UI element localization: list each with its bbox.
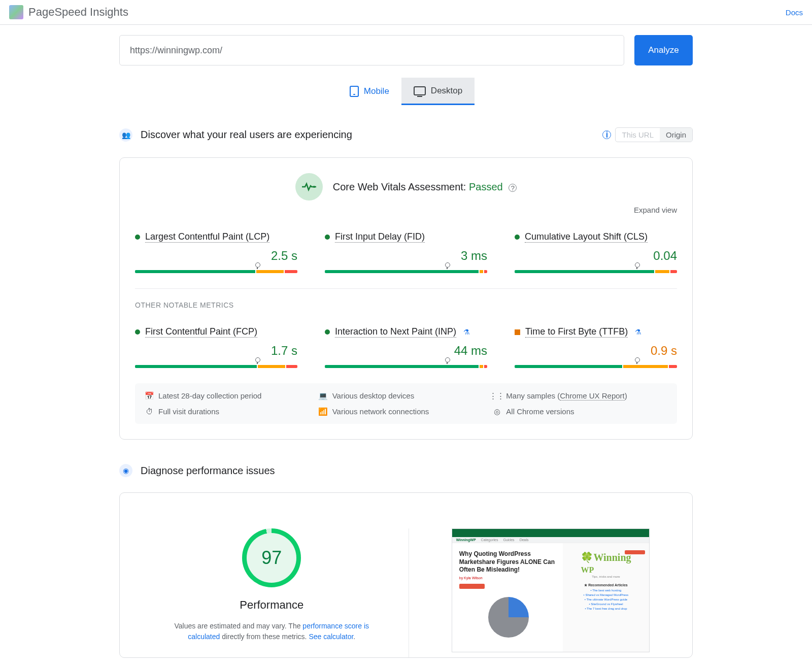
bullet-icon [325, 235, 330, 240]
section-diagnose-head: ◉ Diagnose performance issues [119, 464, 693, 477]
devices-icon: 💻 [319, 392, 327, 400]
cwv-card: Core Web Vitals Assessment: Passed ? Exp… [119, 157, 693, 440]
metric-inp: Interaction to Next Paint (INP) ⚗ 44 ms [325, 326, 487, 368]
metric-fcp-value: 1.7 s [135, 344, 297, 358]
mobile-icon [350, 86, 359, 97]
info-icon[interactable]: i [602, 130, 611, 139]
chrome-icon: ◎ [493, 408, 501, 416]
discover-icon: 👥 [119, 128, 132, 142]
data-source-info: 📅Latest 28-day collection period 💻Variou… [135, 383, 677, 424]
discover-title: Discover what your real users are experi… [141, 129, 352, 141]
metric-ttfb: Time to First Byte (TTFB) ⚗ 0.9 s [515, 326, 677, 368]
flask-icon: ⚗ [463, 328, 470, 336]
metric-cls: Cumulative Layout Shift (CLS) 0.04 [515, 231, 677, 273]
see-calculator-link[interactable]: See calculator [309, 632, 353, 641]
header-left: PageSpeed Insights [9, 5, 128, 19]
section-discover-head: 👥 Discover what your real users are expe… [119, 127, 693, 142]
performance-label: Performance [240, 598, 303, 612]
metric-inp-value: 44 ms [325, 344, 487, 358]
bullet-icon [515, 329, 520, 335]
info-visits: ⏱Full visit durations [145, 407, 319, 416]
performance-score: 97 [247, 533, 296, 583]
cwv-label: Core Web Vitals Assessment: [333, 181, 469, 192]
flask-icon: ⚗ [635, 328, 641, 336]
bullet-icon [325, 329, 330, 335]
metric-fcp-bar [135, 365, 297, 368]
crux-link[interactable]: Chrome UX Report [560, 391, 625, 401]
cwv-status: Passed [469, 181, 503, 192]
bullet-icon [135, 235, 140, 240]
psi-logo-icon [9, 5, 23, 19]
metric-inp-name[interactable]: Interaction to Next Paint (INP) [335, 326, 456, 338]
performance-gauge: 97 [242, 528, 301, 587]
samples-icon: ⋮⋮ [493, 392, 501, 400]
other-metrics: First Contentful Paint (FCP) 1.7 s Inter… [135, 326, 677, 368]
info-samples: ⋮⋮Many samples (Chrome UX Report) [493, 391, 667, 400]
performance-note: Values are estimated and may vary. The p… [160, 621, 383, 642]
wifi-icon: 📶 [319, 408, 327, 416]
analyze-button[interactable]: Analyze [634, 35, 693, 65]
diagnose-title: Diagnose performance issues [141, 465, 275, 477]
seg-origin[interactable]: Origin [660, 128, 692, 142]
info-devices: 💻Various desktop devices [319, 391, 493, 400]
screenshot-preview-col: WinningWPCategoriesGuidesDeals Why Quoti… [424, 528, 678, 657]
cwv-banner: Core Web Vitals Assessment: Passed ? [135, 173, 677, 201]
url-origin-toggle: This URL Origin [615, 127, 693, 142]
metric-lcp-name[interactable]: Largest Contentful Paint (LCP) [145, 231, 269, 243]
metric-fid-name[interactable]: First Input Delay (FID) [335, 231, 425, 243]
metric-fcp-name[interactable]: First Contentful Paint (FCP) [145, 326, 257, 338]
svg-point-0 [313, 186, 315, 188]
info-period: 📅Latest 28-day collection period [145, 391, 319, 400]
diagnose-icon: ◉ [119, 464, 132, 477]
metric-cls-value: 0.04 [515, 249, 677, 263]
preview-headline: Why Quoting WordPress Marketshare Figure… [459, 550, 558, 574]
expand-view-link[interactable]: Expand view [135, 206, 677, 214]
primary-metrics: Largest Contentful Paint (LCP) 2.5 s Fir… [135, 231, 677, 273]
tab-mobile[interactable]: Mobile [337, 78, 401, 105]
url-input[interactable] [119, 35, 624, 65]
metric-lcp-bar [135, 270, 297, 273]
metric-ttfb-name[interactable]: Time to First Byte (TTFB) [525, 326, 628, 338]
metric-inp-bar [325, 365, 487, 368]
metric-lcp: Largest Contentful Paint (LCP) 2.5 s [135, 231, 297, 273]
bullet-icon [135, 329, 140, 335]
cwv-text: Core Web Vitals Assessment: Passed ? [333, 181, 517, 193]
wp-logo: 🍀WinningWP [581, 551, 631, 575]
url-row: Analyze [119, 35, 693, 65]
help-icon[interactable]: ? [509, 184, 517, 192]
metric-fid-bar [325, 270, 487, 273]
tab-desktop[interactable]: Desktop [401, 78, 475, 105]
metric-fid-value: 3 ms [325, 249, 487, 263]
reco-heading: ★ Recommended Articles [584, 583, 628, 587]
performance-gauge-col: 97 Performance Values are estimated and … [135, 528, 409, 657]
app-header: PageSpeed Insights Docs [0, 0, 812, 25]
pie-chart-icon [488, 597, 529, 638]
metric-ttfb-value: 0.9 s [515, 344, 677, 358]
cwv-pass-icon [295, 173, 323, 201]
info-chrome: ◎All Chrome versions [493, 407, 667, 416]
bullet-icon [515, 235, 520, 240]
other-metrics-label: OTHER NOTABLE METRICS [135, 301, 677, 309]
device-tabs: Mobile Desktop [119, 78, 693, 105]
metric-fid: First Input Delay (FID) 3 ms [325, 231, 487, 273]
metric-fcp: First Contentful Paint (FCP) 1.7 s [135, 326, 297, 368]
metric-cls-bar [515, 270, 677, 273]
docs-link[interactable]: Docs [786, 8, 803, 17]
preview-byline: by Kyla Wilson [459, 576, 558, 580]
page-screenshot: WinningWPCategoriesGuidesDeals Why Quoti… [452, 528, 650, 652]
diagnose-card: 97 Performance Values are estimated and … [119, 492, 693, 658]
desktop-icon [414, 86, 426, 95]
tab-mobile-label: Mobile [364, 86, 389, 96]
divider [135, 288, 677, 289]
seg-this-url[interactable]: This URL [616, 128, 660, 142]
brand-title: PageSpeed Insights [28, 6, 128, 19]
metric-ttfb-bar [515, 365, 677, 368]
calendar-icon: 📅 [145, 392, 153, 400]
tab-desktop-label: Desktop [431, 86, 462, 96]
metric-cls-name[interactable]: Cumulative Layout Shift (CLS) [525, 231, 648, 243]
timer-icon: ⏱ [145, 408, 153, 416]
metric-lcp-value: 2.5 s [135, 249, 297, 263]
info-network: 📶Various network connections [319, 407, 493, 416]
